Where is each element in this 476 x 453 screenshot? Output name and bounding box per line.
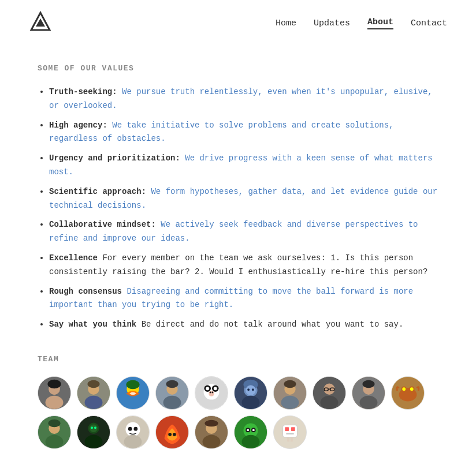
value-label: Say what you think (49, 320, 136, 329)
svg-point-6 (47, 380, 61, 388)
svg-point-81 (247, 429, 249, 431)
nav-updates[interactable]: Updates (314, 18, 350, 28)
svg-point-67 (128, 427, 132, 431)
main-content: SOME OF OUR VALUES Truth-seeking: We pur… (0, 47, 476, 453)
svg-point-10 (87, 380, 99, 388)
svg-rect-89 (291, 437, 293, 442)
svg-point-31 (246, 385, 255, 395)
avatar[interactable] (313, 376, 346, 410)
svg-point-70 (168, 433, 172, 436)
avatar[interactable] (234, 415, 267, 449)
header: Home Updates About Contact (0, 0, 476, 47)
team-title: TEAM (38, 355, 438, 364)
nav-contact[interactable]: Contact (411, 18, 447, 28)
team-section: TEAM (38, 355, 438, 449)
svg-point-78 (242, 435, 260, 448)
avatar[interactable] (155, 376, 189, 410)
team-grid (38, 376, 438, 449)
svg-rect-87 (286, 433, 294, 435)
list-item: Rough consensus Disagreeing and committi… (49, 285, 438, 313)
nav-home[interactable]: Home (276, 18, 296, 28)
svg-point-25 (210, 392, 211, 394)
list-item: Scientific approach: We form hypotheses,… (49, 185, 438, 213)
svg-point-60 (85, 435, 103, 448)
svg-point-23 (214, 387, 217, 390)
avatar[interactable] (77, 415, 110, 449)
svg-point-53 (410, 387, 414, 391)
svg-point-63 (94, 426, 96, 429)
value-label: Rough consensus (49, 287, 122, 296)
svg-point-74 (203, 435, 221, 448)
svg-point-75 (204, 420, 218, 427)
svg-point-17 (166, 380, 178, 388)
svg-point-9 (85, 396, 103, 409)
svg-point-52 (402, 387, 406, 391)
values-section: SOME OF OUR VALUES Truth-seeking: We pur… (38, 64, 438, 332)
svg-point-36 (281, 396, 299, 409)
svg-point-32 (247, 388, 250, 391)
svg-point-57 (48, 420, 60, 428)
svg-point-61 (90, 424, 98, 432)
avatar[interactable] (195, 376, 228, 410)
avatar[interactable] (38, 415, 71, 449)
avatar[interactable] (234, 376, 267, 410)
svg-rect-88 (287, 437, 289, 442)
avatar[interactable] (391, 376, 425, 410)
logo (29, 10, 52, 36)
values-title: SOME OF OUR VALUES (38, 64, 438, 73)
avatar[interactable] (195, 415, 228, 449)
value-label: Excellence (49, 253, 98, 263)
avatar[interactable] (116, 376, 150, 410)
nav-about[interactable]: About (367, 17, 393, 29)
svg-point-37 (284, 380, 296, 388)
svg-point-13 (126, 380, 139, 389)
avatar[interactable] (38, 376, 71, 410)
svg-point-46 (360, 396, 378, 409)
svg-rect-84 (282, 425, 297, 437)
value-label: Urgency and prioritization: (49, 154, 180, 163)
svg-point-16 (163, 396, 181, 409)
svg-point-26 (211, 392, 213, 394)
svg-point-22 (206, 387, 209, 390)
list-item: Urgency and prioritization: We drive pro… (49, 152, 438, 179)
main-nav: Home Updates About Contact (276, 17, 447, 29)
list-item: Excellence For every member on the team … (49, 252, 438, 279)
values-list: Truth-seeking: We pursue truth relentles… (38, 85, 438, 332)
svg-point-66 (124, 435, 142, 448)
svg-point-62 (91, 426, 93, 429)
avatar[interactable] (155, 415, 189, 449)
list-item: High agency: We take initiative to solve… (49, 119, 438, 147)
svg-point-82 (252, 429, 255, 431)
list-item: Truth-seeking: We pursue truth relentles… (49, 85, 438, 113)
avatar[interactable] (273, 376, 307, 410)
avatar[interactable] (352, 376, 385, 410)
svg-point-33 (252, 388, 254, 391)
avatar[interactable] (77, 376, 110, 410)
value-label: Scientific approach: (49, 187, 146, 196)
value-text: Be direct and do not talk around what yo… (142, 320, 404, 329)
svg-point-47 (362, 380, 374, 388)
svg-point-40 (321, 396, 339, 409)
value-label: Collaborative mindset: (49, 220, 156, 229)
svg-point-71 (173, 433, 176, 436)
avatar[interactable] (273, 415, 307, 449)
svg-rect-86 (291, 427, 295, 431)
list-item: Collaborative mindset: We actively seek … (49, 218, 438, 246)
svg-point-4 (46, 396, 64, 409)
svg-point-56 (46, 435, 64, 448)
list-item: Say what you think Be direct and do not … (49, 318, 438, 332)
svg-point-68 (133, 427, 137, 431)
svg-point-29 (242, 396, 260, 409)
value-text: For every member on the team we ask ours… (49, 253, 427, 276)
svg-rect-85 (285, 427, 289, 431)
svg-point-24 (209, 391, 214, 396)
value-label: High agency: (49, 121, 107, 130)
value-label: Truth-seeking: (49, 87, 117, 96)
avatar[interactable] (116, 415, 150, 449)
